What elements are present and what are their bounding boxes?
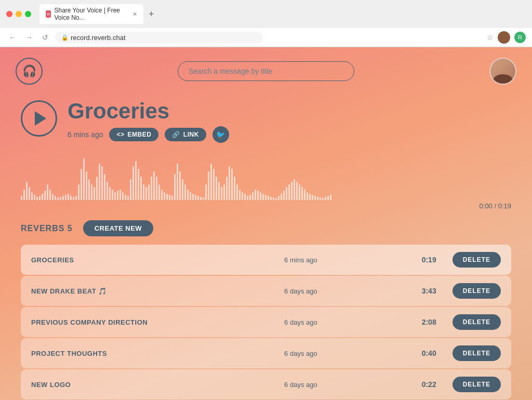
rec-name: GROCERIES	[31, 256, 274, 264]
forward-button[interactable]: →	[23, 32, 35, 43]
time-display: 0:00 / 0:19	[0, 200, 532, 210]
waveform-bar	[161, 190, 163, 200]
refresh-button[interactable]: ↺	[39, 32, 51, 43]
waveform-bar	[91, 184, 92, 200]
delete-button[interactable]: DELETE	[453, 252, 501, 268]
waveform-bar	[301, 187, 303, 200]
waveform-bar	[62, 196, 64, 200]
waveform-bar	[55, 196, 56, 200]
active-tab[interactable]: R Share Your Voice | Free Voice No... ✕	[39, 4, 143, 24]
waveform-bar	[304, 190, 305, 200]
link-icon: 🔗	[172, 131, 180, 138]
search-input[interactable]	[178, 61, 354, 81]
waveform-bar	[114, 192, 116, 200]
rec-timestamp: 6 days ago	[284, 318, 406, 326]
rec-timestamp: 6 mins ago	[284, 256, 406, 264]
waveform[interactable]	[21, 153, 511, 200]
extension-icon[interactable]: R	[514, 32, 526, 43]
recording-row[interactable]: PREVIOUS COMPANY DIRECTION 6 days ago 2:…	[21, 307, 511, 337]
app-content: 🎧 Groceries 6 mins ago <> EMBED	[0, 47, 532, 400]
twitter-button[interactable]: 🐦	[212, 126, 229, 143]
waveform-bar	[112, 190, 113, 200]
recording-row[interactable]: GROCERIES 6 mins ago 0:19 DELETE	[21, 245, 511, 275]
rec-duration: 2:08	[416, 318, 442, 326]
waveform-bar	[205, 184, 207, 200]
browser-tabs: R Share Your Voice | Free Voice No... ✕ …	[39, 4, 157, 24]
address-bar[interactable]: 🔒 record.reverb.chat	[55, 32, 263, 44]
rec-name: PREVIOUS COMPANY DIRECTION	[31, 318, 274, 326]
waveform-bar	[109, 187, 111, 200]
close-window-button[interactable]	[6, 11, 12, 17]
waveform-bar	[291, 182, 292, 200]
delete-button[interactable]: DELETE	[453, 283, 501, 299]
waveform-bar	[164, 192, 165, 200]
link-button[interactable]: 🔗 LINK	[165, 128, 206, 141]
tab-title: Share Your Voice | Free Voice No...	[54, 7, 127, 21]
waveform-bar	[216, 177, 217, 200]
waveform-bar	[42, 194, 43, 200]
minimize-window-button[interactable]	[16, 11, 22, 17]
waveform-bar	[294, 179, 295, 200]
waveform-bar	[81, 169, 82, 200]
waveform-bar	[86, 171, 87, 200]
waveform-bar	[208, 171, 209, 200]
create-new-button[interactable]: CREATE NEW	[83, 220, 153, 236]
recording-row[interactable]: PROJECT THOUGHTS 6 days ago 0:40 DELETE	[21, 338, 511, 368]
new-tab-button[interactable]: +	[145, 8, 157, 21]
embed-label: EMBED	[128, 131, 152, 138]
play-button[interactable]	[21, 100, 57, 137]
waveform-bar	[57, 197, 59, 200]
waveform-bar	[320, 197, 321, 200]
rec-timestamp: 6 days ago	[284, 287, 406, 295]
waveform-bar	[34, 195, 35, 200]
rec-name: NEW LOGO	[31, 381, 274, 389]
embed-button[interactable]: <> EMBED	[109, 128, 158, 141]
waveform-bar	[330, 195, 331, 200]
waveform-bar	[49, 190, 51, 200]
waveform-bar	[288, 184, 290, 200]
waveform-bar	[255, 190, 256, 200]
waveform-bar	[169, 195, 170, 200]
waveform-bar	[314, 196, 316, 200]
waveform-bar	[29, 187, 30, 200]
lock-icon: 🔒	[61, 34, 69, 41]
waveform-bar	[143, 184, 144, 200]
delete-button[interactable]: DELETE	[453, 377, 501, 392]
delete-button[interactable]: DELETE	[453, 345, 501, 361]
waveform-bar	[65, 195, 66, 200]
list-section: REVERBS 5 CREATE NEW GROCERIES 6 mins ag…	[0, 210, 532, 399]
waveform-bar	[148, 184, 150, 200]
search-bar	[178, 61, 354, 81]
waveform-bar	[257, 191, 259, 200]
waveform-bar	[226, 177, 228, 200]
waveform-bar	[190, 192, 191, 200]
waveform-bar	[299, 184, 300, 200]
waveform-bar	[36, 197, 38, 200]
waveform-container	[21, 153, 511, 200]
waveform-bar	[171, 196, 173, 200]
waveform-bar	[195, 195, 196, 200]
waveform-bar	[26, 182, 28, 200]
waveform-bar	[156, 177, 157, 200]
rec-timestamp: 6 days ago	[284, 350, 406, 357]
recording-row[interactable]: NEW LOGO 6 days ago 0:22 DELETE	[21, 369, 511, 399]
embed-icon: <>	[116, 131, 124, 138]
maximize-window-button[interactable]	[25, 11, 31, 17]
user-avatar	[489, 58, 516, 85]
star-icon[interactable]: ☆	[487, 33, 494, 42]
waveform-bar	[281, 194, 282, 200]
waveform-bar	[192, 194, 194, 200]
waveform-bar	[244, 194, 246, 200]
waveform-bar	[275, 198, 277, 200]
back-button[interactable]: ←	[6, 32, 19, 43]
waveform-bar	[283, 191, 285, 200]
waveform-bar	[107, 182, 108, 200]
tab-close-icon[interactable]: ✕	[132, 11, 137, 18]
waveform-bar	[153, 171, 155, 200]
recording-row[interactable]: NEW DRAKE BEAT 🎵 6 days ago 3:43 DELETE	[21, 276, 511, 306]
waveform-bar	[132, 166, 134, 200]
waveform-bar	[286, 187, 287, 200]
waveform-bar	[229, 166, 230, 200]
delete-button[interactable]: DELETE	[453, 314, 501, 330]
waveform-bar	[307, 192, 308, 200]
